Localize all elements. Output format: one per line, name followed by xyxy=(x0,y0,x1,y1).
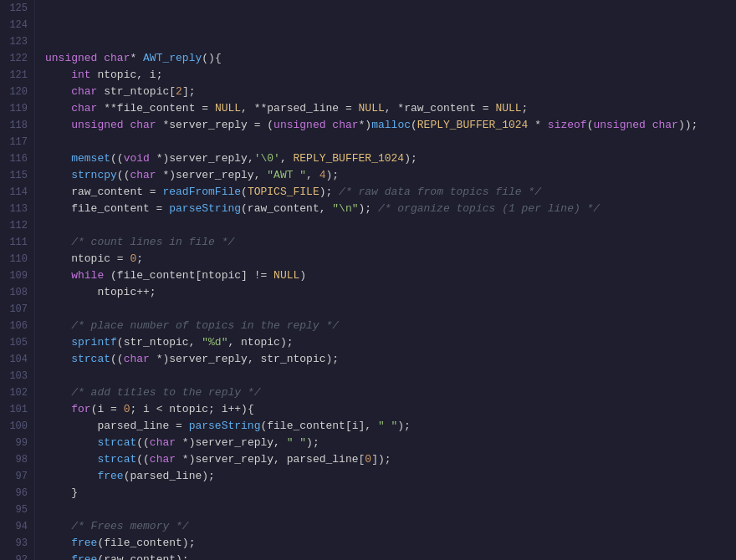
code-line: ntopic++; xyxy=(45,284,736,301)
code-editor: 1251241231221211201191181171161151141131… xyxy=(0,0,736,560)
code-area[interactable]: unsigned char* AWT_reply(){ int ntopic, … xyxy=(35,0,736,560)
line-number: 120 xyxy=(0,84,28,100)
code-line: ntopic = 0; xyxy=(45,251,736,267)
code-line: char **file_content = NULL, **parsed_lin… xyxy=(45,100,736,117)
code-line: strcat((char *)server_reply, parsed_line… xyxy=(45,451,736,468)
code-line: file_content = parseString(raw_content, … xyxy=(45,201,736,217)
line-number: 109 xyxy=(0,267,28,284)
code-line xyxy=(45,501,736,518)
code-line: /* Frees memory */ xyxy=(45,518,736,535)
line-number: 115 xyxy=(0,167,28,184)
code-line xyxy=(45,0,736,17)
line-number: 101 xyxy=(0,401,28,418)
code-line: sprintf(str_ntopic, "%d", ntopic); xyxy=(45,334,736,351)
code-line: char str_ntopic[2]; xyxy=(45,84,736,100)
line-number: 116 xyxy=(0,150,28,167)
line-number: 92 xyxy=(0,552,28,560)
line-number: 112 xyxy=(0,217,28,234)
line-number: 95 xyxy=(0,501,28,518)
code-line: unsigned char *server_reply = (unsigned … xyxy=(45,117,736,134)
line-number: 123 xyxy=(0,33,28,50)
line-number: 110 xyxy=(0,251,28,267)
line-number: 105 xyxy=(0,334,28,351)
code-line: raw_content = readFromFile(TOPICS_FILE);… xyxy=(45,184,736,201)
line-number: 107 xyxy=(0,301,28,318)
code-line xyxy=(45,217,736,234)
code-line: memset((void *)server_reply,'\0', REPLY_… xyxy=(45,150,736,167)
line-number: 121 xyxy=(0,67,28,84)
line-number: 97 xyxy=(0,468,28,485)
line-number: 104 xyxy=(0,351,28,368)
line-number: 124 xyxy=(0,17,28,33)
code-line xyxy=(45,368,736,384)
line-number: 113 xyxy=(0,201,28,217)
line-number: 106 xyxy=(0,318,28,334)
code-line: strcat((char *)server_reply, str_ntopic)… xyxy=(45,351,736,368)
code-line: int ntopic, i; xyxy=(45,67,736,84)
line-number: 125 xyxy=(0,0,28,17)
code-line xyxy=(45,134,736,150)
code-line: free(raw_content); xyxy=(45,552,736,560)
line-number: 96 xyxy=(0,485,28,501)
code-line: /* add titles to the reply */ xyxy=(45,384,736,401)
line-number: 114 xyxy=(0,184,28,201)
line-number: 118 xyxy=(0,117,28,134)
line-number: 122 xyxy=(0,50,28,67)
code-line: free(parsed_line); xyxy=(45,468,736,485)
line-number: 99 xyxy=(0,435,28,451)
line-numbers: 1251241231221211201191181171161151141131… xyxy=(0,0,35,560)
code-line xyxy=(45,301,736,318)
line-number: 94 xyxy=(0,518,28,535)
code-line: for(i = 0; i < ntopic; i++){ xyxy=(45,401,736,418)
code-line: strncpy((char *)server_reply, "AWT ", 4)… xyxy=(45,167,736,184)
line-number: 117 xyxy=(0,134,28,150)
code-line: strcat((char *)server_reply, " "); xyxy=(45,435,736,451)
code-line: /* count lines in file */ xyxy=(45,234,736,251)
code-line: unsigned char* AWT_reply(){ xyxy=(45,50,736,67)
line-number: 103 xyxy=(0,368,28,384)
line-number: 93 xyxy=(0,535,28,552)
line-number: 111 xyxy=(0,234,28,251)
line-number: 100 xyxy=(0,418,28,435)
code-line: /* place number of topics in the reply *… xyxy=(45,318,736,334)
line-number: 98 xyxy=(0,451,28,468)
code-line: while (file_content[ntopic] != NULL) xyxy=(45,267,736,284)
code-line xyxy=(45,17,736,33)
line-number: 119 xyxy=(0,100,28,117)
line-number: 108 xyxy=(0,284,28,301)
code-line xyxy=(45,33,736,50)
code-line: } xyxy=(45,485,736,501)
code-line: free(file_content); xyxy=(45,535,736,552)
code-line: parsed_line = parseString(file_content[i… xyxy=(45,418,736,435)
line-number: 102 xyxy=(0,384,28,401)
